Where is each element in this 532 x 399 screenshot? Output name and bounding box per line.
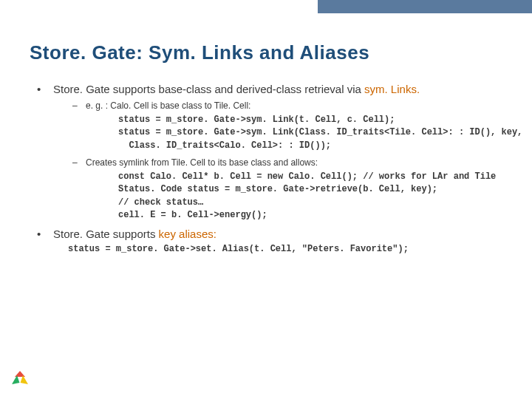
code-line: const Calo. Cell* b. Cell = new Calo. Ce…: [118, 171, 502, 183]
sub-bullet-text: Creates symlink from Tile. Cell to its b…: [86, 157, 318, 168]
code-block: status = m_store. Gate->sym. Link(t. Cel…: [118, 114, 502, 152]
code-line: Class. ID_traits<Calo. Cell>: : ID());: [118, 140, 502, 152]
code-line: // check status…: [118, 197, 502, 209]
code-line: Status. Code status = m_store. Gate->ret…: [118, 183, 502, 196]
code-line: status = m_store. Gate->sym. Link(t. Cel…: [118, 114, 502, 126]
slide-content: Store. Gate: Sym. Links and Aliases Stor…: [0, 0, 532, 256]
code-line: status = m_store. Gate->sym. Link(Class.…: [118, 126, 502, 139]
code-line: cell. E = b. Cell->energy();: [118, 209, 502, 222]
sub-bullet-item: Creates symlink from Tile. Cell to its b…: [71, 157, 502, 222]
code-line: status = m_store. Gate->set. Alias(t. Ce…: [68, 243, 502, 256]
bullet-text: Store. Gate supports: [53, 228, 159, 240]
slide-title: Store. Gate: Sym. Links and Aliases: [30, 41, 502, 64]
sub-bullet-list: e. g. : Calo. Cell is base class to Tile…: [71, 100, 502, 222]
header-accent-bar: [318, 0, 532, 13]
sub-bullet-text: e. g. : Calo. Cell is base class to Tile…: [86, 100, 250, 111]
bullet-list: Store. Gate supports base-class and deri…: [34, 82, 502, 256]
sub-bullet-item: e. g. : Calo. Cell is base class to Tile…: [71, 100, 502, 152]
bullet-item: Store. Gate supports base-class and deri…: [34, 82, 502, 222]
code-block: const Calo. Cell* b. Cell = new Calo. Ce…: [118, 171, 502, 222]
bullet-text: Store. Gate supports base-class and deri…: [53, 83, 364, 95]
code-block: status = m_store. Gate->set. Alias(t. Ce…: [68, 243, 502, 256]
bullet-item: Store. Gate supports key aliases: status…: [34, 227, 502, 256]
bullet-highlight: key aliases:: [159, 228, 216, 240]
triangle-logo-icon: [12, 371, 28, 387]
bullet-highlight: sym. Links.: [364, 83, 420, 95]
